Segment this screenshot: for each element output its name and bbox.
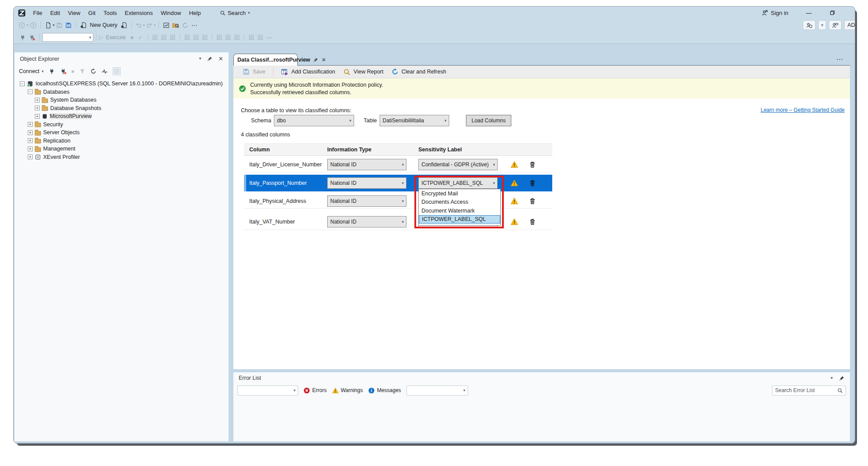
navigate-back-button[interactable] xyxy=(17,21,26,29)
table-row[interactable]: Italy_Physical_Address National ID▾ ▾ xyxy=(244,194,552,209)
table-dropdown[interactable]: DatiSensibililItalia▾ xyxy=(380,115,449,126)
search-input[interactable] xyxy=(775,387,835,393)
actual-plan-icon[interactable] xyxy=(224,33,233,41)
save-all-button[interactable] xyxy=(64,21,73,29)
connect-button[interactable]: Connect ▾ xyxy=(19,68,44,74)
toggle-sqlcmd-icon[interactable] xyxy=(151,33,159,41)
delete-row-button[interactable] xyxy=(529,161,536,169)
errors-filter-button[interactable]: Errors xyxy=(303,387,327,394)
search-folder-icon[interactable] xyxy=(171,21,181,29)
dropdown-option[interactable]: Encrypted Mail xyxy=(419,189,500,198)
undo-button[interactable] xyxy=(134,21,143,29)
pin-icon[interactable] xyxy=(313,57,318,62)
save-button[interactable]: Save xyxy=(239,66,270,78)
tree-item-xevent-profiler[interactable]: + XEvent Profiler xyxy=(15,153,229,161)
menu-file[interactable]: File xyxy=(33,10,42,16)
table-row-selected[interactable]: Italy_Passport_Number National ID▾ ICTPO… xyxy=(244,175,552,191)
disconnect-icon[interactable] xyxy=(27,33,37,42)
filter-icon[interactable] xyxy=(79,68,85,74)
view-report-button[interactable]: View Report xyxy=(339,66,388,78)
more-actions-button[interactable]: ⋯ xyxy=(266,34,273,41)
navigate-forward-button[interactable] xyxy=(29,21,38,29)
tree-item-system-databases[interactable]: + System Databases xyxy=(15,96,229,104)
table-row[interactable]: Italy_Driver_License_Number National ID▾… xyxy=(244,157,552,172)
expand-toggle[interactable]: + xyxy=(28,130,33,135)
menu-help[interactable]: Help xyxy=(189,10,201,16)
activity-monitor-icon[interactable] xyxy=(101,68,108,75)
export-csv-icon[interactable] xyxy=(192,33,200,41)
sync-button[interactable] xyxy=(181,21,190,29)
new-notebook-button[interactable] xyxy=(119,21,129,29)
pin-icon[interactable] xyxy=(207,56,213,62)
format-document-icon[interactable] xyxy=(247,33,256,41)
table-row[interactable]: Italy_VAT_Number National ID▾ ▾ xyxy=(244,213,552,230)
execute-button[interactable]: Execute xyxy=(106,34,126,40)
new-query-icon[interactable] xyxy=(79,21,88,29)
add-classification-button[interactable]: Add Classification xyxy=(277,66,339,78)
restore-window-button[interactable] xyxy=(829,10,835,16)
error-filter-dropdown[interactable]: ▾ xyxy=(406,385,468,396)
expand-toggle[interactable]: + xyxy=(28,154,33,159)
refresh-icon[interactable] xyxy=(90,68,96,74)
information-type-dropdown[interactable]: National ID▾ xyxy=(327,159,406,170)
menu-tools[interactable]: Tools xyxy=(103,10,117,16)
tree-item-security[interactable]: + Security xyxy=(15,121,229,129)
copy-icon[interactable] xyxy=(159,33,168,41)
error-list-search[interactable] xyxy=(772,385,846,396)
tree-item-server-objects[interactable]: + Server Objects xyxy=(15,128,229,137)
sensitivity-label-dropdown[interactable]: Confidential - GDPR (Active)▾ xyxy=(418,159,498,170)
dropdown-option[interactable]: Document Watermark xyxy=(419,206,500,215)
connect-icon[interactable] xyxy=(18,33,27,42)
delete-row-button[interactable] xyxy=(529,197,536,205)
export-chart-icon[interactable] xyxy=(200,33,209,41)
feedback-button[interactable] xyxy=(829,20,842,30)
chevron-down-icon[interactable]: ▾ xyxy=(831,376,833,380)
delete-row-button[interactable] xyxy=(529,218,536,225)
tree-item-server[interactable]: − localhost\SQLEXPRESS (SQL Server 16.0.… xyxy=(15,80,229,88)
collapse-toggle[interactable]: − xyxy=(20,81,25,86)
clear-and-refresh-button[interactable]: Clear and Refresh xyxy=(388,66,450,78)
expand-toggle[interactable]: + xyxy=(35,98,40,103)
new-query-button[interactable]: New Query xyxy=(90,22,118,28)
expand-toggle[interactable]: + xyxy=(28,122,33,127)
expand-toggle[interactable]: + xyxy=(28,147,33,151)
tree-item-management[interactable]: + Management xyxy=(15,145,229,153)
disconnect-icon[interactable] xyxy=(60,68,66,75)
tree-item-microsoftpurview[interactable]: + MicrosoftPurview xyxy=(15,112,229,121)
expand-toggle[interactable]: + xyxy=(35,114,40,119)
expand-toggle[interactable]: + xyxy=(28,138,33,143)
menu-window[interactable]: Window xyxy=(161,10,181,16)
save-results-icon[interactable] xyxy=(168,33,177,41)
close-icon[interactable]: ✕ xyxy=(321,57,326,63)
dropdown-option[interactable]: Documents Access xyxy=(419,198,500,207)
more-tabs-button[interactable]: ⋯ xyxy=(836,55,843,63)
menu-extensions[interactable]: Extensions xyxy=(125,10,153,16)
connect-icon[interactable] xyxy=(48,68,55,75)
comment-code-icon[interactable] xyxy=(256,33,265,41)
menu-git[interactable]: Git xyxy=(88,10,96,16)
chevron-down-icon[interactable]: ▾ xyxy=(199,56,201,61)
account-badge[interactable]: ADM xyxy=(844,20,855,30)
information-type-dropdown[interactable]: National ID▾ xyxy=(327,216,406,227)
tree-item-database-snapshots[interactable]: + Database Snapshots xyxy=(15,104,229,113)
search-menu[interactable]: Search ▾ xyxy=(220,10,250,16)
expand-toggle[interactable]: + xyxy=(35,106,40,110)
chevron-down-icon[interactable]: ▾ xyxy=(26,23,29,27)
menu-edit[interactable]: Edit xyxy=(50,10,60,16)
delete-row-button[interactable] xyxy=(529,180,536,187)
tree-item-replication[interactable]: + Replication xyxy=(15,137,229,145)
learn-more-link[interactable]: Learn more – Getting Started Guide xyxy=(761,107,845,113)
sensitivity-label-dropdown[interactable]: ICTPOWER_LABEL_SQL▾ xyxy=(418,177,498,189)
close-icon[interactable]: ✕ xyxy=(218,55,223,62)
dropdown-option-selected[interactable]: ICTPOWER_LABEL_SQL xyxy=(419,215,500,224)
results-grid-icon[interactable] xyxy=(233,33,241,41)
sign-in-button[interactable]: Sign in xyxy=(761,10,788,16)
more-actions-button[interactable]: ⋯ xyxy=(192,22,198,29)
save-button[interactable] xyxy=(55,21,64,29)
information-type-dropdown[interactable]: National ID▾ xyxy=(327,195,406,207)
redo-button[interactable] xyxy=(145,21,154,29)
warnings-filter-button[interactable]: Warnings xyxy=(332,387,363,394)
database-dropdown[interactable]: ▾ xyxy=(42,33,93,42)
account-button[interactable] xyxy=(803,20,816,30)
export-excel-icon[interactable] xyxy=(183,33,192,41)
